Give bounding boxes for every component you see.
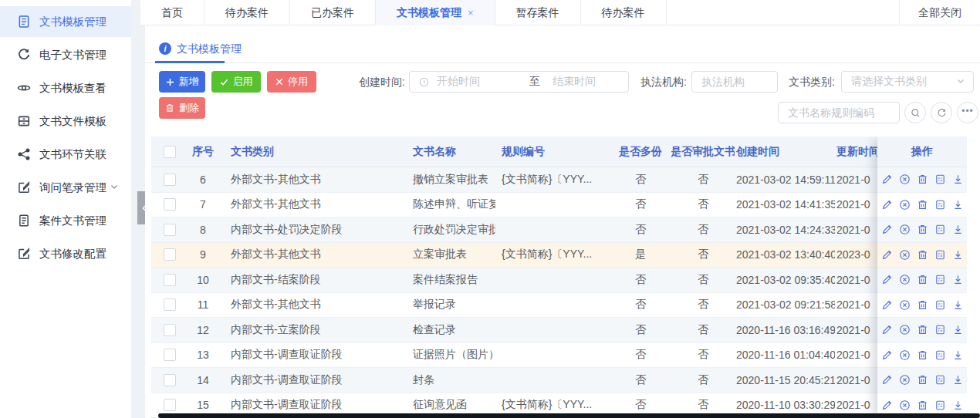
table-row[interactable]: 14 内部文书-调查取证阶段 封条 否 否 2020-11-15 20:45:2… (151, 368, 967, 393)
sidebar-item-doc-template-view[interactable]: 文书模板查看 (0, 72, 131, 103)
row-checkbox[interactable] (164, 298, 176, 311)
edit-icon[interactable] (881, 274, 893, 285)
delete-icon[interactable] (917, 199, 928, 211)
download-icon[interactable] (952, 174, 964, 185)
rule-config-icon[interactable] (934, 199, 946, 211)
tab-todo-cases-1[interactable]: 待办案件 (204, 0, 290, 25)
more-button[interactable]: ••• (957, 102, 978, 123)
sidebar-item-doc-template-mgmt[interactable]: 文书模板管理 (0, 6, 131, 37)
row-checkbox[interactable] (164, 224, 176, 236)
tab-doc-template-mgmt[interactable]: 文书模板管理 × (376, 0, 495, 25)
table-row[interactable]: 10 内部文书-结案阶段 案件结案报告 否 否 2021-03-02 09:35… (151, 268, 967, 293)
download-icon[interactable] (952, 324, 964, 335)
disable-icon[interactable] (899, 249, 911, 261)
table-row[interactable]: 13 内部文书-调查取证阶段 证据照片（图片）... 否 否 2020-11-1… (151, 343, 967, 369)
row-checkbox[interactable] (164, 174, 176, 186)
disable-icon[interactable] (899, 199, 911, 211)
download-icon[interactable] (952, 349, 964, 361)
rule-config-icon[interactable] (934, 399, 946, 411)
delete-icon[interactable] (917, 374, 928, 386)
delete-icon[interactable] (917, 249, 928, 261)
download-icon[interactable] (952, 399, 964, 411)
disable-icon[interactable] (899, 324, 911, 335)
agency-input[interactable] (692, 72, 777, 92)
disable-icon[interactable] (899, 374, 911, 386)
table-row[interactable]: 9 外部文书-其他文书 立案审批表 {文书简称}〔YYY... 是 否 2021… (151, 243, 967, 268)
disable-icon[interactable] (899, 349, 911, 361)
tab-staged-cases[interactable]: 暂存案件 (495, 0, 581, 25)
row-checkbox[interactable] (164, 374, 176, 386)
download-icon[interactable] (952, 224, 964, 235)
edit-icon[interactable] (881, 299, 893, 311)
delete-icon[interactable] (917, 349, 928, 361)
delete-icon[interactable] (917, 324, 928, 335)
row-checkbox[interactable] (164, 324, 176, 336)
sidebar-item-doc-link[interactable]: 文书环节关联 (0, 139, 131, 170)
delete-icon[interactable] (917, 399, 928, 411)
edit-icon[interactable] (881, 224, 893, 235)
rule-config-icon[interactable] (934, 224, 946, 235)
rule-config-icon[interactable] (934, 174, 946, 185)
edit-icon[interactable] (881, 249, 893, 261)
edit-icon[interactable] (881, 174, 893, 185)
delete-button[interactable]: 删除 (159, 97, 205, 119)
tab-done-cases[interactable]: 已办案件 (290, 0, 376, 25)
end-time-placeholder[interactable]: 结束时间 (553, 75, 596, 89)
name-rule-input[interactable] (779, 103, 899, 123)
rule-config-icon[interactable] (934, 374, 946, 386)
tab-home[interactable]: 首页 (140, 0, 204, 25)
delete-icon[interactable] (917, 174, 928, 185)
enable-button[interactable]: 启用 (211, 71, 261, 93)
close-all-tabs-button[interactable]: 全部关闭 (899, 0, 980, 25)
select-all-checkbox[interactable] (164, 146, 176, 158)
sidebar-item-inquiry-record-mgmt[interactable]: 询问笔录管理 (0, 172, 131, 203)
rule-config-icon[interactable] (934, 299, 946, 311)
delete-icon[interactable] (917, 274, 928, 285)
rule-config-icon[interactable] (934, 249, 946, 261)
tab-close-icon[interactable]: × (468, 7, 474, 19)
rule-config-icon[interactable] (934, 324, 946, 335)
edit-icon[interactable] (881, 349, 893, 361)
edit-icon[interactable] (881, 199, 893, 211)
start-time-placeholder[interactable]: 开始时间 (437, 75, 480, 89)
sidebar-item-doc-file-template[interactable]: 文书文件模板 (0, 106, 131, 137)
rule-config-icon[interactable] (934, 349, 946, 361)
tab-todo-cases-2[interactable]: 待办案件 (581, 0, 667, 25)
download-icon[interactable] (952, 199, 964, 211)
sidebar-item-doc-modify-config[interactable]: 文书修改配置 (0, 238, 131, 269)
download-icon[interactable] (952, 299, 964, 311)
delete-icon[interactable] (917, 299, 928, 311)
sidebar-item-e-doc-mgmt[interactable]: 电子文书管理 (0, 39, 131, 70)
row-checkbox[interactable] (164, 248, 176, 261)
disable-icon[interactable] (899, 299, 911, 311)
disable-icon[interactable] (899, 224, 911, 235)
row-checkbox[interactable] (164, 198, 176, 211)
doc-type-select[interactable]: 请选择文书类别 (841, 71, 974, 93)
table-row[interactable]: 11 外部文书-其他文书 举报记录 否 否 2021-03-02 09:21:5… (151, 293, 967, 319)
download-icon[interactable] (952, 374, 964, 386)
table-row[interactable]: 7 外部文书-其他文书 陈述申辩、听证复... 否 否 2021-03-02 1… (151, 193, 967, 218)
download-icon[interactable] (952, 274, 964, 285)
search-button[interactable] (904, 102, 926, 123)
refresh-button[interactable] (931, 102, 952, 123)
horizontal-scrollbar-thumb[interactable] (158, 413, 980, 418)
row-checkbox[interactable] (164, 274, 176, 286)
edit-icon[interactable] (881, 324, 893, 335)
row-checkbox[interactable] (164, 399, 176, 411)
rule-config-icon[interactable] (934, 274, 946, 285)
delete-icon[interactable] (917, 224, 928, 235)
edit-icon[interactable] (881, 399, 893, 411)
disable-icon[interactable] (899, 174, 911, 185)
table-row[interactable]: 6 外部文书-其他文书 撤销立案审批表 {文书简称}〔YYY... 否 否 20… (151, 167, 967, 193)
add-button[interactable]: 新增 (159, 71, 205, 93)
table-row[interactable]: 12 内部文书-立案阶段 检查记录 否 否 2020-11-16 03:16:4… (151, 318, 967, 343)
disable-icon[interactable] (899, 399, 911, 411)
row-checkbox[interactable] (164, 349, 176, 361)
sidebar-item-case-doc-mgmt[interactable]: 案件文书管理 (0, 205, 131, 236)
disable-icon[interactable] (899, 274, 911, 285)
table-row[interactable]: 8 内部文书-处罚决定阶段 行政处罚决定审批表 否 否 2021-03-02 1… (151, 217, 967, 243)
edit-icon[interactable] (881, 374, 893, 386)
created-time-range-picker[interactable]: 开始时间 至 结束时间 (409, 71, 629, 93)
download-icon[interactable] (952, 249, 964, 261)
disable-button[interactable]: 停用 (267, 71, 316, 93)
